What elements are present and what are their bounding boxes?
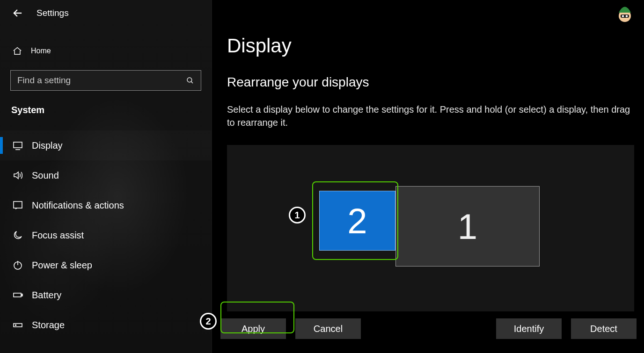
svg-rect-12: [621, 14, 629, 18]
page-title: Display: [227, 35, 644, 57]
sidebar-home[interactable]: Home: [0, 23, 212, 65]
power-icon: [12, 259, 23, 271]
section-description: Select a display below to change the set…: [227, 103, 639, 129]
arrow-left-icon: [11, 7, 24, 20]
search-input[interactable]: [17, 75, 186, 86]
sound-icon: [12, 170, 23, 181]
sidebar-item-display[interactable]: Display: [0, 130, 212, 160]
svg-point-13: [622, 15, 624, 17]
display-number: 2: [347, 201, 367, 241]
detect-button[interactable]: Detect: [571, 318, 637, 339]
svg-point-10: [15, 325, 16, 326]
section-title: Rearrange your displays: [227, 75, 644, 90]
main-content: Display Rearrange your displays Select a…: [212, 0, 644, 353]
nav-label: Battery: [32, 290, 61, 301]
sidebar-item-battery[interactable]: Battery: [0, 280, 212, 310]
title-row: Settings: [0, 0, 212, 23]
battery-icon: [12, 289, 23, 301]
display-arrangement-canvas[interactable]: 1 2 1: [227, 145, 634, 311]
home-icon: [12, 46, 22, 56]
annotation-step-badge-2: 2: [200, 313, 217, 330]
monitor-icon: [12, 140, 23, 151]
sidebar-item-storage[interactable]: Storage: [0, 310, 212, 340]
display-box-2[interactable]: 2: [319, 191, 395, 251]
notifications-icon: [12, 200, 23, 211]
nav-label: Power & sleep: [32, 260, 92, 271]
search-icon: [186, 76, 194, 85]
storage-icon: [12, 319, 23, 331]
svg-point-0: [187, 78, 192, 82]
settings-app: Settings Home System Display: [0, 0, 644, 353]
svg-rect-8: [22, 294, 22, 296]
nav-label: Notifications & actions: [32, 200, 124, 211]
sidebar-item-notifications[interactable]: Notifications & actions: [0, 190, 212, 220]
sidebar-nav: Display Sound Notifications & actions Fo…: [0, 130, 212, 340]
nav-label: Sound: [32, 170, 59, 181]
nav-label: Storage: [32, 320, 65, 331]
annotation-step-badge-1: 1: [289, 207, 306, 223]
svg-point-14: [626, 15, 628, 17]
mascot-icon: [614, 3, 636, 24]
sidebar-item-power-sleep[interactable]: Power & sleep: [0, 250, 212, 280]
app-title: Settings: [37, 8, 69, 18]
sidebar-category: System: [0, 91, 212, 119]
svg-line-1: [191, 81, 193, 83]
search-box[interactable]: [10, 70, 201, 91]
cancel-button[interactable]: Cancel: [295, 318, 361, 339]
display-box-1[interactable]: 1: [395, 186, 540, 267]
svg-rect-4: [14, 202, 22, 208]
svg-rect-2: [14, 142, 22, 148]
display-number: 1: [458, 206, 477, 247]
display-action-row: Apply 2 Cancel Identify Detect: [220, 318, 637, 339]
apply-button[interactable]: Apply: [220, 318, 286, 339]
nav-label: Focus assist: [32, 230, 84, 241]
search-container: [0, 65, 212, 91]
nav-label: Display: [32, 140, 63, 151]
sidebar-item-sound[interactable]: Sound: [0, 160, 212, 190]
sidebar-item-focus-assist[interactable]: Focus assist: [0, 220, 212, 250]
svg-rect-7: [14, 293, 21, 297]
sidebar: Settings Home System Display: [0, 0, 212, 353]
back-button[interactable]: [11, 7, 24, 20]
home-label: Home: [31, 47, 51, 55]
moon-icon: [12, 230, 23, 241]
identify-button[interactable]: Identify: [496, 318, 562, 339]
